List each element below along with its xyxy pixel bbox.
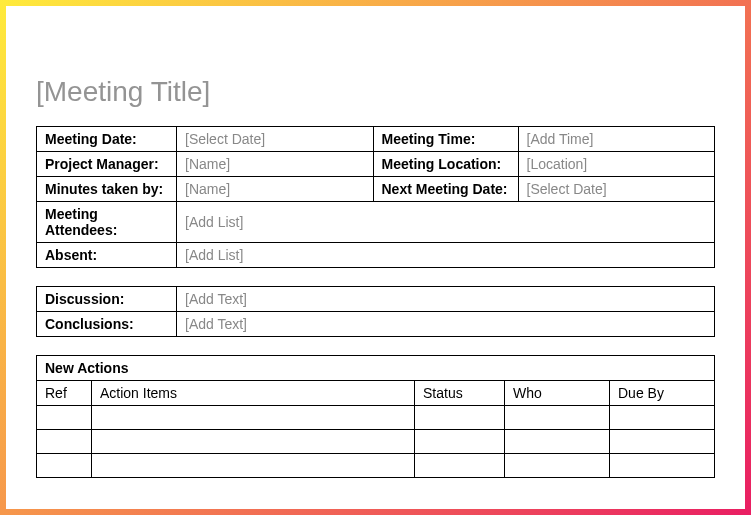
meeting-date-value[interactable]: [Select Date] — [177, 127, 374, 152]
attendees-value[interactable]: [Add List] — [177, 202, 715, 243]
cell-status[interactable] — [415, 430, 505, 454]
meeting-date-label: Meeting Date: — [37, 127, 177, 152]
absent-label: Absent: — [37, 243, 177, 268]
cell-due[interactable] — [610, 406, 715, 430]
actions-heading: New Actions — [37, 356, 715, 381]
conclusions-label: Conclusions: — [37, 312, 177, 337]
project-manager-label: Project Manager: — [37, 152, 177, 177]
cell-who[interactable] — [505, 430, 610, 454]
project-manager-value[interactable]: [Name] — [177, 152, 374, 177]
cell-items[interactable] — [92, 406, 415, 430]
document-page: [Meeting Title] Meeting Date: [Select Da… — [6, 6, 745, 509]
meeting-time-label: Meeting Time: — [373, 127, 518, 152]
cell-status[interactable] — [415, 454, 505, 478]
absent-value[interactable]: [Add List] — [177, 243, 715, 268]
next-meeting-value[interactable]: [Select Date] — [518, 177, 715, 202]
col-items: Action Items — [92, 381, 415, 406]
next-meeting-label: Next Meeting Date: — [373, 177, 518, 202]
cell-items[interactable] — [92, 430, 415, 454]
cell-status[interactable] — [415, 406, 505, 430]
minutes-taken-label: Minutes taken by: — [37, 177, 177, 202]
cell-items[interactable] — [92, 454, 415, 478]
attendees-label: Meeting Attendees: — [37, 202, 177, 243]
table-row[interactable] — [37, 430, 715, 454]
cell-due[interactable] — [610, 454, 715, 478]
cell-who[interactable] — [505, 406, 610, 430]
notes-table: Discussion: [Add Text] Conclusions: [Add… — [36, 286, 715, 337]
discussion-label: Discussion: — [37, 287, 177, 312]
cell-ref[interactable] — [37, 430, 92, 454]
cell-who[interactable] — [505, 454, 610, 478]
col-who: Who — [505, 381, 610, 406]
cell-due[interactable] — [610, 430, 715, 454]
conclusions-value[interactable]: [Add Text] — [177, 312, 715, 337]
col-status: Status — [415, 381, 505, 406]
cell-ref[interactable] — [37, 406, 92, 430]
col-due: Due By — [610, 381, 715, 406]
cell-ref[interactable] — [37, 454, 92, 478]
meeting-time-value[interactable]: [Add Time] — [518, 127, 715, 152]
meeting-title[interactable]: [Meeting Title] — [36, 76, 715, 108]
table-row[interactable] — [37, 454, 715, 478]
table-row[interactable] — [37, 406, 715, 430]
meeting-location-label: Meeting Location: — [373, 152, 518, 177]
col-ref: Ref — [37, 381, 92, 406]
meeting-info-table: Meeting Date: [Select Date] Meeting Time… — [36, 126, 715, 268]
actions-table: New Actions Ref Action Items Status Who … — [36, 355, 715, 478]
minutes-taken-value[interactable]: [Name] — [177, 177, 374, 202]
discussion-value[interactable]: [Add Text] — [177, 287, 715, 312]
meeting-location-value[interactable]: [Location] — [518, 152, 715, 177]
